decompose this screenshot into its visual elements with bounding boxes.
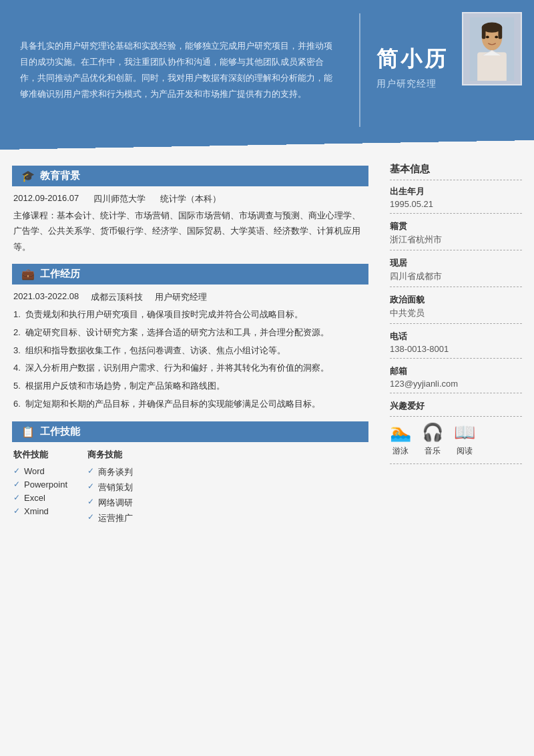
info-field-label: 现居 — [390, 257, 522, 269]
business-skill-item: 运营推广 — [87, 512, 133, 524]
info-field-divider — [390, 213, 522, 214]
edu-courses: 主修课程：基本会计、统计学、市场营销、国际市场营销、市场调查与预测、商业心理学、… — [13, 208, 367, 254]
person-photo-placeholder — [469, 17, 515, 81]
info-field-divider — [390, 250, 522, 250]
main-body: 🎓 教育背景 2012.09-2016.07 四川师范大学 统计学（本科） 主修… — [0, 150, 534, 756]
hobby-item: 📖阅读 — [454, 422, 475, 457]
skills-content: 软件技能 WordPowerpointExcelXmind 商务技能 商务谈判营… — [0, 449, 380, 528]
business-skills-label: 商务技能 — [87, 449, 133, 461]
left-column: 🎓 教育背景 2012.09-2016.07 四川师范大学 统计学（本科） 主修… — [0, 150, 380, 756]
info-field-divider — [390, 323, 522, 324]
edu-row: 2012.09-2016.07 四川师范大学 统计学（本科） — [13, 193, 367, 205]
software-skill-item: Xmind — [13, 506, 67, 516]
hobbies-row: 🏊游泳🎧音乐📖阅读 — [390, 422, 522, 457]
info-field-value: 浙江省杭州市 — [390, 234, 522, 246]
work-list-item: 负责规划和执行用户研究项目，确保项目按时完成并符合公司战略目标。 — [13, 307, 367, 323]
software-skills-col: 软件技能 WordPowerpointExcelXmind — [13, 449, 67, 528]
info-field-label: 政治面貌 — [390, 294, 522, 306]
header-right-area: 简小历 用户研究经理 — [360, 0, 534, 140]
header-diagonal-sep — [0, 140, 534, 150]
info-divider-top — [390, 180, 522, 180]
business-skill-item: 营销策划 — [87, 482, 133, 494]
info-field-value: 138-0013-8001 — [390, 344, 522, 354]
info-field-label: 电话 — [390, 331, 522, 343]
skills-icon: 📋 — [21, 425, 35, 438]
info-field-value: 四川省成都市 — [390, 270, 522, 282]
business-skills-list: 商务谈判营销策划网络调研运营推广 — [87, 466, 133, 524]
right-column: 基本信息 出生年月1995.05.21籍贯浙江省杭州市现居四川省成都市政治面貌中… — [380, 150, 534, 756]
hobby-label: 游泳 — [392, 445, 409, 457]
hobby-item: 🎧音乐 — [422, 422, 443, 457]
business-skills-col: 商务技能 商务谈判营销策划网络调研运营推广 — [87, 449, 133, 528]
svg-rect-4 — [482, 26, 486, 39]
hobby-item: 🏊游泳 — [390, 422, 411, 457]
hobbies-divider-bottom — [390, 463, 522, 464]
info-field-divider — [390, 287, 522, 287]
education-header: 🎓 教育背景 — [12, 166, 368, 186]
info-field-0: 出生年月1995.05.21 — [390, 186, 522, 214]
business-skill-item: 网络调研 — [87, 497, 133, 509]
education-content: 2012.09-2016.07 四川师范大学 统计学（本科） 主修课程：基本会计… — [0, 193, 380, 254]
work-list: 负责规划和执行用户研究项目，确保项目按时完成并符合公司战略目标。确定研究目标、设… — [13, 307, 367, 412]
business-skill-item: 商务谈判 — [87, 466, 133, 478]
header-summary-area: 具备扎实的用户研究理论基础和实践经验，能够独立完成用户研究项目，并推动项目的成功… — [0, 0, 359, 140]
resume-wrapper: 具备扎实的用户研究理论基础和实践经验，能够独立完成用户研究项目，并推动项目的成功… — [0, 0, 534, 756]
skills-label: 工作技能 — [40, 425, 80, 438]
hobbies-field: 兴趣爱好 🏊游泳🎧音乐📖阅读 — [390, 400, 522, 464]
svg-point-7 — [495, 35, 498, 38]
work-row: 2021.03-2022.08 成都云顶科技 用户研究经理 — [13, 291, 367, 303]
work-list-item: 确定研究目标、设计研究方案，选择合适的研究方法和工具，并合理分配资源。 — [13, 325, 367, 341]
software-skill-item: Excel — [13, 493, 67, 503]
work-content: 2021.03-2022.08 成都云顶科技 用户研究经理 负责规划和执行用户研… — [0, 291, 380, 412]
info-field-value: 中共党员 — [390, 307, 522, 319]
education-label: 教育背景 — [40, 170, 80, 182]
hobby-icon: 📖 — [454, 422, 475, 443]
svg-rect-1 — [477, 52, 507, 81]
work-list-item: 组织和指导数据收集工作，包括问卷调查、访谈、焦点小组讨论等。 — [13, 343, 367, 359]
basic-info-fields: 出生年月1995.05.21籍贯浙江省杭州市现居四川省成都市政治面貌中共党员电话… — [390, 186, 522, 393]
info-field-4: 电话138-0013-8001 — [390, 331, 522, 359]
svg-point-6 — [486, 35, 489, 38]
info-field-label: 籍贯 — [390, 220, 522, 232]
hobbies-divider — [390, 416, 522, 417]
work-date: 2021.03-2022.08 — [13, 291, 80, 303]
software-skill-item: Powerpoint — [13, 480, 67, 490]
work-list-item: 根据用户反馈和市场趋势，制定产品策略和路线图。 — [13, 379, 367, 394]
basic-info-title: 基本信息 — [390, 163, 522, 176]
skills-header: 📋 工作技能 — [12, 421, 368, 442]
info-field-3: 政治面貌中共党员 — [390, 294, 522, 324]
svg-rect-5 — [499, 26, 503, 39]
hobby-icon: 🏊 — [390, 422, 411, 443]
info-field-divider — [390, 358, 522, 359]
header-summary-text: 具备扎实的用户研究理论基础和实践经验，能够独立完成用户研究项目，并推动项目的成功… — [20, 38, 339, 102]
work-title: 用户研究经理 — [155, 291, 207, 303]
header-section: 具备扎实的用户研究理论基础和实践经验，能够独立完成用户研究项目，并推动项目的成功… — [0, 0, 534, 140]
software-skills-label: 软件技能 — [13, 449, 67, 461]
work-label: 工作经历 — [40, 268, 80, 280]
edu-school: 四川师范大学 — [93, 193, 147, 205]
photo-frame — [462, 12, 522, 85]
info-field-value: 1995.05.21 — [390, 199, 522, 209]
hobby-icon: 🎧 — [422, 422, 443, 443]
software-skills-list: WordPowerpointExcelXmind — [13, 466, 67, 516]
info-field-label: 出生年月 — [390, 186, 522, 198]
info-field-value: 123@yyjianli.com — [390, 379, 522, 389]
info-field-2: 现居四川省成都市 — [390, 257, 522, 287]
skills-grid: 软件技能 WordPowerpointExcelXmind 商务技能 商务谈判营… — [13, 449, 367, 528]
info-field-5: 邮箱123@yyjianli.com — [390, 365, 522, 393]
work-company: 成都云顶科技 — [91, 291, 144, 303]
education-icon: 🎓 — [21, 170, 35, 182]
hobby-label: 阅读 — [457, 445, 473, 457]
edu-date: 2012.09-2016.07 — [13, 193, 80, 205]
edu-degree: 统计学（本科） — [160, 193, 221, 205]
hobby-label: 音乐 — [425, 445, 441, 457]
hobbies-label: 兴趣爱好 — [390, 400, 522, 412]
software-skill-item: Word — [13, 466, 67, 476]
info-field-divider — [390, 393, 522, 393]
work-header: 💼 工作经历 — [12, 264, 368, 285]
work-list-item: 深入分析用户数据，识别用户需求、行为和偏好，并将其转化为有价值的洞察。 — [13, 361, 367, 376]
work-list-item: 制定短期和长期的产品目标，并确保产品目标的实现能够满足公司战略目标。 — [13, 397, 367, 412]
work-icon: 💼 — [21, 268, 35, 280]
info-field-1: 籍贯浙江省杭州市 — [390, 220, 522, 250]
info-field-label: 邮箱 — [390, 365, 522, 377]
